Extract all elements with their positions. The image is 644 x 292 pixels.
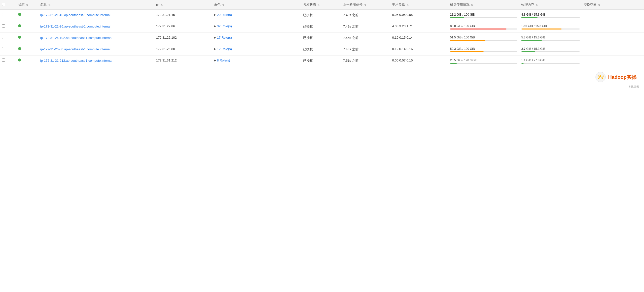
row-auth-cell: 已授权 (301, 55, 341, 67)
header-auth[interactable]: 授权状态 ⇅ (301, 0, 341, 10)
row-mem-cell: 3.7 GiB / 15.3 GiB (519, 44, 582, 55)
signal-value: 7.45s 之前 (343, 36, 358, 40)
role-value: 20 Role(s) (217, 13, 232, 17)
role-arrow-icon: ▶ (214, 47, 216, 51)
row-checkbox-cell[interactable] (0, 33, 16, 44)
role-link[interactable]: ▶ 8 Role(s) (214, 58, 299, 62)
disk-text: 20.5 GiB / 198.3 GiB (450, 58, 518, 62)
role-value: 17 Role(s) (217, 36, 232, 39)
table-row: ip-172-31-26-80.ap-southeast-1.compute.i… (0, 44, 644, 55)
row-auth-cell: 已授权 (301, 44, 341, 55)
row-checkbox-cell[interactable] (0, 10, 16, 21)
node-name-link[interactable]: ip-172-31-22-86.ap-southeast-1.compute.i… (40, 24, 110, 28)
row-disk-cell: 21.2 GiB / 100 GiB (448, 10, 519, 21)
ip-value: 172.31.31.212 (156, 58, 177, 62)
row-mem-cell: 10.6 GiB / 15.3 GiB (519, 21, 582, 33)
select-all-checkbox[interactable] (2, 3, 5, 6)
row-load-cell: 4.03 3.23 1.71 (390, 21, 448, 33)
mem-text: 3.7 GiB / 15.3 GiB (521, 47, 580, 51)
load-value: 4.03 3.23 1.71 (392, 24, 412, 28)
mem-bar: 5.3 GiB / 15.3 GiB (521, 36, 580, 41)
hosts-table: 状态 ⇅ 名称 ⇅ IP ⇅ 角色 ⇅ 授权状态 ⇅ (0, 0, 644, 67)
row-disk-cell: 50.3 GiB / 100 GiB (448, 44, 519, 55)
header-load[interactable]: 平均负载 ⇅ (390, 0, 448, 10)
status-indicator (18, 24, 21, 27)
ip-value: 172.31.22.86 (156, 24, 175, 28)
sort-ip-icon: ⇅ (161, 4, 162, 6)
auth-status: 已授权 (303, 59, 313, 62)
header-memory[interactable]: 物理内存 ⇅ (519, 0, 582, 10)
table-row: ip-172-31-26-102.ap-southeast-1.compute.… (0, 33, 644, 44)
disk-bar-track (450, 40, 518, 41)
role-link[interactable]: ▶ 20 Role(s) (214, 13, 299, 17)
row-disk-cell: 51.5 GiB / 100 GiB (448, 33, 519, 44)
node-name-link[interactable]: ip-172-31-31-212.ap-southeast-1.compute.… (40, 59, 112, 62)
header-status[interactable]: 状态 ⇅ (16, 0, 38, 10)
disk-bar-fill (450, 51, 484, 52)
mem-bar-track (521, 40, 580, 41)
status-indicator (18, 58, 21, 61)
row-name-cell: ip-172-31-26-102.ap-southeast-1.compute.… (38, 33, 154, 44)
mem-bar: 4.3 GiB / 15.3 GiB (521, 13, 580, 18)
svg-point-0 (596, 72, 606, 82)
row-status-cell (16, 33, 38, 44)
ali-brand: ©亿速云 (0, 85, 644, 90)
table-row: ip-172-31-22-86.ap-southeast-1.compute.i… (0, 21, 644, 33)
svg-point-4 (602, 76, 602, 77)
role-link[interactable]: ▶ 17 Role(s) (214, 36, 299, 39)
row-checkbox[interactable] (2, 47, 5, 50)
row-checkbox[interactable] (2, 13, 5, 16)
status-indicator (18, 36, 21, 39)
node-name-link[interactable]: ip-172-31-26-102.ap-southeast-1.compute.… (40, 36, 112, 40)
row-swap-cell (582, 44, 644, 55)
row-checkbox-cell[interactable] (0, 55, 16, 67)
disk-text: 21.2 GiB / 100 GiB (450, 13, 518, 16)
disk-bar-fill (450, 17, 464, 18)
row-checkbox-cell[interactable] (0, 21, 16, 33)
row-status-cell (16, 55, 38, 67)
row-ip-cell: 172.31.26.80 (154, 44, 212, 55)
row-mem-cell: 5.3 GiB / 15.3 GiB (519, 33, 582, 44)
row-auth-cell: 已授权 (301, 21, 341, 33)
sort-name-icon: ⇅ (48, 3, 50, 6)
row-signal-cell: 7.49s 之前 (341, 21, 390, 33)
signal-value: 7.43s 之前 (343, 47, 358, 51)
row-signal-cell: 7.48s 之前 (341, 10, 390, 21)
disk-bar-fill (450, 28, 507, 29)
role-link[interactable]: ▶ 32 Role(s) (214, 24, 299, 28)
row-role-cell: ▶ 12 Role(s) (212, 44, 301, 55)
sort-role-icon: ⇅ (222, 3, 224, 6)
header-swap[interactable]: 交换空间 ⇅ (582, 0, 644, 10)
row-checkbox-cell[interactable] (0, 44, 16, 55)
header-role[interactable]: 角色 ⇅ (212, 0, 301, 10)
mem-bar-fill (521, 28, 562, 29)
node-name-link[interactable]: ip-172-31-26-80.ap-southeast-1.compute.i… (40, 47, 110, 51)
disk-text: 83.8 GiB / 100 GiB (450, 24, 518, 28)
row-checkbox[interactable] (2, 24, 5, 27)
header-checkbox[interactable] (0, 0, 16, 10)
role-link[interactable]: ▶ 12 Role(s) (214, 47, 299, 51)
row-ip-cell: 172.31.21.45 (154, 10, 212, 21)
role-arrow-icon: ▶ (214, 13, 216, 16)
row-ip-cell: 172.31.31.212 (154, 55, 212, 67)
header-ip[interactable]: IP ⇅ (154, 0, 212, 10)
header-signal[interactable]: 上一检测信号 ⇅ (341, 0, 390, 10)
mem-bar: 1.1 GiB / 27.8 GiB (521, 58, 580, 64)
row-checkbox[interactable] (2, 58, 5, 62)
role-arrow-icon: ▶ (214, 36, 216, 39)
mem-bar: 10.6 GiB / 15.3 GiB (521, 24, 580, 29)
row-name-cell: ip-172-31-31-212.ap-southeast-1.compute.… (38, 55, 154, 67)
node-name-link[interactable]: ip-172-31-21-45.ap-southeast-1.compute.i… (40, 13, 110, 17)
signal-value: 7.51s 之前 (343, 59, 358, 62)
row-checkbox[interactable] (2, 36, 5, 39)
row-signal-cell: 7.51s 之前 (341, 55, 390, 67)
disk-bar: 21.2 GiB / 100 GiB (450, 13, 518, 18)
sort-load-icon: ⇅ (407, 3, 409, 6)
mem-bar-fill (521, 40, 542, 41)
row-load-cell: 0.00 0.07 0.15 (390, 55, 448, 67)
header-name[interactable]: 名称 ⇅ (38, 0, 154, 10)
header-disk[interactable]: 磁盘使用情况 ⇅ (448, 0, 519, 10)
disk-bar: 20.5 GiB / 198.3 GiB (450, 58, 518, 64)
row-role-cell: ▶ 20 Role(s) (212, 10, 301, 21)
disk-bar-track (450, 28, 518, 29)
